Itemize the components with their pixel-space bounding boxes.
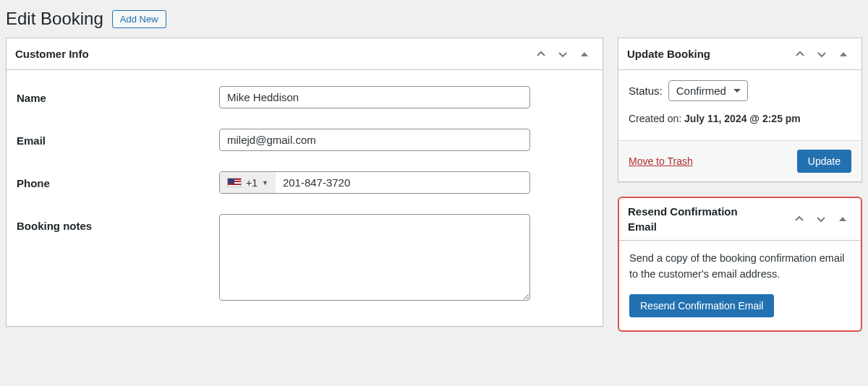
move-to-trash-link[interactable]: Move to Trash — [629, 155, 693, 167]
name-input[interactable] — [219, 86, 530, 108]
move-up-icon[interactable] — [791, 45, 809, 64]
customer-info-box: Customer Info Name — [6, 38, 603, 327]
update-booking-title: Update Booking — [627, 40, 710, 67]
email-input[interactable] — [219, 129, 530, 151]
toggle-panel-icon[interactable] — [833, 210, 852, 228]
name-label: Name — [17, 86, 219, 104]
resend-description: Send a copy of the booking confirmation … — [629, 251, 851, 283]
move-up-icon[interactable] — [532, 45, 550, 64]
notes-label: Booking notes — [17, 214, 219, 232]
phone-input[interactable] — [276, 172, 529, 193]
move-down-icon[interactable] — [812, 45, 831, 64]
caret-down-icon: ▼ — [262, 179, 268, 186]
add-new-button[interactable]: Add New — [112, 10, 166, 28]
email-label: Email — [17, 129, 219, 147]
update-button[interactable]: Update — [797, 150, 851, 173]
toggle-panel-icon[interactable] — [834, 45, 853, 64]
booking-notes-textarea[interactable] — [219, 214, 530, 301]
us-flag-icon — [227, 178, 242, 187]
resend-box-title: Resend Confirmation Email — [628, 198, 758, 240]
phone-country-code: +1 — [246, 177, 258, 189]
move-down-icon[interactable] — [553, 45, 572, 64]
resend-confirmation-button[interactable]: Resend Confirmation Email — [629, 294, 774, 317]
customer-info-title: Customer Info — [15, 40, 89, 67]
update-booking-box: Update Booking Status: — [618, 38, 862, 182]
status-label: Status: — [629, 85, 663, 97]
phone-label: Phone — [17, 171, 219, 189]
resend-confirmation-box: Resend Confirmation Email Send a copy of… — [618, 197, 862, 332]
toggle-panel-icon[interactable] — [575, 45, 594, 64]
move-down-icon[interactable] — [812, 210, 830, 228]
move-up-icon[interactable] — [790, 210, 809, 228]
page-title: Edit Booking — [6, 9, 103, 29]
created-on-label: Created on: — [629, 113, 681, 124]
created-on-value: July 11, 2024 @ 2:25 pm — [684, 113, 801, 124]
status-select[interactable]: Confirmed — [668, 80, 748, 101]
phone-country-selector[interactable]: +1 ▼ — [220, 172, 276, 193]
